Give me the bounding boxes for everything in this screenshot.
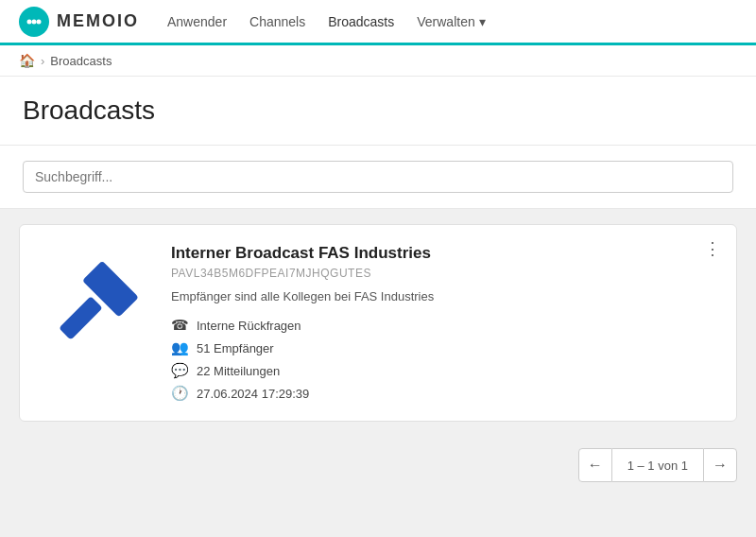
logo[interactable]: MEMOIO <box>19 7 139 37</box>
stat-type: ☎ Interne Rückfragen <box>171 317 717 334</box>
card-code: PAVL34B5M6DFPEAI7MJHQGUTES <box>171 267 717 280</box>
pagination-bar: ← 1 – 1 von 1 → <box>0 437 756 494</box>
card-menu-button[interactable]: ⋮ <box>704 240 721 257</box>
clock-icon: 🕐 <box>171 385 189 402</box>
page-title: Broadcasts <box>23 95 733 126</box>
broadcast-icon <box>39 244 152 357</box>
svg-point-1 <box>32 19 37 24</box>
pagination-prev-button[interactable]: ← <box>578 448 612 482</box>
breadcrumb: 🏠 › Broadcasts <box>0 45 756 77</box>
svg-rect-4 <box>59 296 103 340</box>
logo-icon <box>19 7 49 37</box>
page-header: Broadcasts <box>0 77 756 146</box>
people-icon: 👥 <box>171 339 189 356</box>
card-description: Empfänger sind alle Kollegen bei FAS Ind… <box>171 289 717 303</box>
stat-recipients: 👥 51 Empfänger <box>171 339 717 356</box>
next-arrow-icon: → <box>713 457 728 474</box>
search-input[interactable] <box>23 161 733 193</box>
svg-point-2 <box>37 19 42 24</box>
pagination-next-button[interactable]: → <box>703 448 737 482</box>
stat-time: 🕐 27.06.2024 17:29:39 <box>171 385 717 402</box>
card-title: Interner Broadcast FAS Industries <box>171 244 717 263</box>
breadcrumb-broadcasts[interactable]: Broadcasts <box>50 54 112 68</box>
stat-messages: 💬 22 Mitteilungen <box>171 362 717 379</box>
prev-arrow-icon: ← <box>588 457 603 474</box>
broadcast-card: Interner Broadcast FAS Industries PAVL34… <box>19 224 737 422</box>
home-icon[interactable]: 🏠 <box>19 53 35 68</box>
logo-text: MEMOIO <box>57 11 139 31</box>
nav-anwender[interactable]: Anwender <box>167 14 227 29</box>
dropdown-arrow-icon: ▾ <box>479 14 486 29</box>
phone-icon: ☎ <box>171 317 189 334</box>
nav-broadcasts[interactable]: Broadcasts <box>328 14 394 29</box>
nav-channels[interactable]: Channels <box>249 14 305 29</box>
card-stats: ☎ Interne Rückfragen 👥 51 Empfänger 💬 22… <box>171 317 717 402</box>
nav-verwalten[interactable]: Verwalten ▾ <box>417 14 485 29</box>
navbar: MEMOIO Anwender Channels Broadcasts Verw… <box>0 0 756 45</box>
svg-point-0 <box>27 19 32 24</box>
cards-section: Interner Broadcast FAS Industries PAVL34… <box>0 209 756 437</box>
messages-icon: 💬 <box>171 362 189 379</box>
pagination-label: 1 – 1 von 1 <box>612 448 703 482</box>
nav-links: Anwender Channels Broadcasts Verwalten ▾ <box>167 14 486 29</box>
card-content: Interner Broadcast FAS Industries PAVL34… <box>171 244 717 402</box>
search-section <box>0 146 756 209</box>
breadcrumb-separator: › <box>41 54 44 68</box>
